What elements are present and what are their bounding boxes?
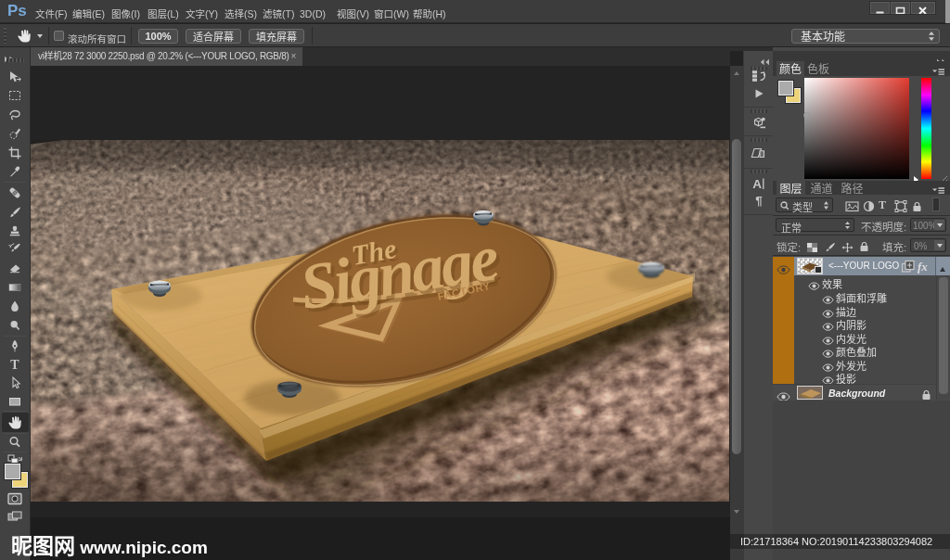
svg-text:T: T [10,358,19,372]
svg-text:¶: ¶ [755,194,763,208]
svg-text:A: A [752,177,762,191]
